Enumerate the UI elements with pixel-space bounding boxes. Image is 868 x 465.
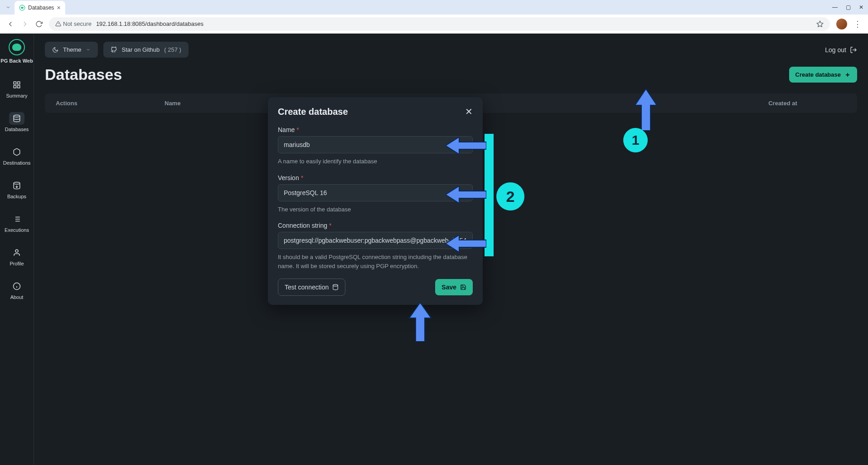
- github-icon: [111, 47, 117, 53]
- logo[interactable]: PG Back Web: [0, 39, 33, 64]
- connection-help: It should be a valid PostgreSQL connecti…: [278, 253, 473, 270]
- sidebar-item-backups[interactable]: Backups: [4, 176, 30, 201]
- logout-icon: [850, 46, 857, 54]
- column-actions: Actions: [56, 100, 165, 107]
- window-controls: — ▢ ✕: [832, 4, 863, 10]
- sidebar: PG Back Web Summary Databases Destinatio…: [0, 34, 34, 465]
- reload-icon[interactable]: [35, 20, 43, 28]
- plus-icon: [844, 72, 851, 78]
- back-icon[interactable]: [6, 20, 15, 28]
- topbar: Theme Star on Github ( 257 ) Log out: [45, 42, 857, 58]
- box-icon: [13, 148, 21, 156]
- security-badge: Not secure: [55, 20, 92, 27]
- page-title: Databases: [45, 66, 122, 83]
- main-content: Theme Star on Github ( 257 ) Log out Dat…: [34, 34, 868, 465]
- database-icon: [332, 284, 339, 290]
- svg-marker-24: [463, 192, 466, 194]
- list-icon: [13, 215, 21, 223]
- name-label: Name*: [278, 126, 473, 133]
- create-database-button[interactable]: Create database: [789, 67, 857, 83]
- browser-tab-bar: Databases × — ▢ ✕: [0, 0, 868, 15]
- annotation-badge-2: 2: [496, 182, 524, 210]
- sidebar-item-destinations[interactable]: Destinations: [4, 142, 30, 167]
- browser-tab[interactable]: Databases ×: [15, 1, 65, 15]
- dashboard-icon: [13, 81, 21, 89]
- column-created: Created at: [719, 100, 846, 107]
- backup-icon: [13, 181, 21, 190]
- favicon-icon: [19, 5, 25, 11]
- svg-rect-7: [14, 86, 16, 88]
- close-icon[interactable]: ✕: [465, 106, 473, 117]
- moon-icon: [52, 47, 58, 53]
- url-text: 192.168.1.18:8085/dashboard/databases: [96, 20, 204, 27]
- connection-label: Connection string*: [278, 222, 473, 229]
- database-icon: [13, 114, 21, 122]
- close-window-icon[interactable]: ✕: [859, 4, 863, 10]
- save-button[interactable]: Save: [435, 279, 473, 295]
- svg-point-25: [333, 284, 338, 286]
- sidebar-item-summary[interactable]: Summary: [4, 75, 30, 100]
- svg-point-1: [21, 7, 24, 9]
- svg-rect-8: [18, 86, 20, 88]
- sidebar-item-databases[interactable]: Databases: [4, 108, 30, 134]
- info-icon: [13, 282, 21, 290]
- connection-string-input[interactable]: [278, 232, 473, 249]
- svg-point-10: [14, 182, 20, 185]
- browser-toolbar: Not secure 192.168.1.18:8085/dashboard/d…: [0, 15, 868, 34]
- app: PG Back Web Summary Databases Destinatio…: [0, 34, 868, 465]
- svg-point-9: [14, 115, 20, 117]
- save-icon: [460, 284, 466, 290]
- modal-title: Create database: [278, 107, 348, 117]
- create-database-modal: Create database ✕ Name* A name to easily…: [268, 97, 483, 305]
- tab-title: Databases: [28, 5, 54, 11]
- tabs-menu-chevron[interactable]: [5, 5, 12, 10]
- forward-icon[interactable]: [21, 20, 29, 28]
- theme-button[interactable]: Theme: [45, 42, 98, 58]
- annotation-badge-1: 1: [623, 128, 648, 152]
- svg-marker-4: [817, 21, 823, 27]
- logo-icon: [9, 39, 25, 55]
- version-select[interactable]: PostgreSQL 16: [278, 184, 473, 201]
- version-help: The version of the database: [278, 205, 473, 214]
- svg-marker-30: [409, 303, 431, 342]
- user-icon: [13, 249, 21, 257]
- warning-icon: [55, 21, 61, 27]
- sidebar-item-profile[interactable]: Profile: [4, 243, 30, 268]
- caret-down-icon: [461, 190, 467, 196]
- sidebar-item-about[interactable]: About: [4, 276, 30, 302]
- github-star-button[interactable]: Star on Github ( 257 ): [103, 42, 188, 58]
- svg-point-17: [15, 250, 18, 252]
- annotation-arrow-icon: [407, 303, 434, 342]
- test-connection-button[interactable]: Test connection: [278, 279, 345, 296]
- name-help: A name to easily identify the database: [278, 157, 473, 166]
- annotation-bar: [485, 134, 494, 256]
- sidebar-item-executions[interactable]: Executions: [4, 209, 30, 235]
- version-label: Version*: [278, 174, 473, 181]
- browser-menu-icon[interactable]: ⋮: [853, 19, 862, 29]
- tab-close-icon[interactable]: ×: [57, 4, 60, 11]
- profile-avatar[interactable]: [836, 19, 847, 29]
- minimize-icon[interactable]: —: [832, 4, 838, 10]
- logout-button[interactable]: Log out: [825, 46, 857, 54]
- address-bar[interactable]: Not secure 192.168.1.18:8085/dashboard/d…: [49, 17, 830, 31]
- svg-rect-6: [18, 82, 20, 84]
- bookmark-star-icon[interactable]: [816, 20, 824, 28]
- svg-rect-5: [14, 82, 16, 84]
- maximize-icon[interactable]: ▢: [846, 4, 851, 10]
- chevron-down-icon: [86, 47, 91, 52]
- page-header: Databases Create database: [45, 66, 857, 83]
- name-input[interactable]: [278, 136, 473, 153]
